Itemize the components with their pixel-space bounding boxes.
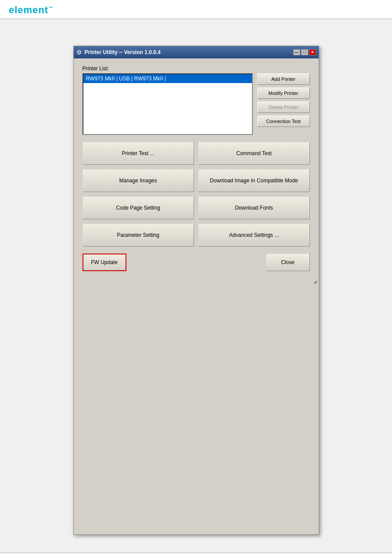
- connection-test-button[interactable]: Connection Test: [257, 116, 310, 127]
- printer-test-button[interactable]: Printer Test ...: [83, 142, 194, 165]
- close-button[interactable]: Close: [266, 254, 310, 271]
- add-printer-button[interactable]: Add Printer: [257, 73, 310, 85]
- download-fonts-button[interactable]: Download Fonts: [198, 196, 310, 219]
- manage-images-button[interactable]: Manage Images: [83, 169, 194, 192]
- title-bar-controls: — □ ✕: [293, 49, 316, 55]
- printer-buttons: Add Printer Modify Printer Delete Printe…: [257, 73, 310, 135]
- resize-handle[interactable]: ◢: [74, 278, 319, 285]
- action-grid: Printer Test ... Command Test Manage Ima…: [83, 142, 310, 247]
- bottom-row: FW Update Close: [83, 254, 310, 271]
- delete-printer-button[interactable]: Delete Printer: [257, 102, 310, 113]
- window-title: Printer Utility -- Version 1.0.0.4: [85, 49, 161, 55]
- modify-printer-button[interactable]: Modify Printer: [257, 87, 310, 99]
- download-image-button[interactable]: Download Image In Compatible Mode: [198, 169, 310, 192]
- printer-list-item[interactable]: RW973 MkII | USB | RW973 MkII |: [83, 74, 252, 83]
- window-close-button[interactable]: ✕: [309, 49, 316, 55]
- main-content: ⚙ Printer Utility -- Version 1.0.0.4 — □…: [0, 19, 392, 552]
- header: element™: [0, 0, 392, 19]
- logo: element™: [9, 4, 53, 15]
- advanced-settings-button[interactable]: Advanced Settings ...: [198, 224, 310, 247]
- title-bar: ⚙ Printer Utility -- Version 1.0.0.4 — □…: [74, 46, 319, 58]
- window-icon: ⚙: [76, 49, 82, 56]
- maximize-button[interactable]: □: [301, 49, 308, 55]
- command-test-button[interactable]: Command Test: [198, 142, 310, 165]
- minimize-button[interactable]: —: [293, 49, 300, 55]
- printer-list-row: RW973 MkII | USB | RW973 MkII | Add Prin…: [83, 73, 310, 135]
- code-page-setting-button[interactable]: Code Page Setting: [83, 196, 194, 219]
- parameter-setting-button[interactable]: Parameter Setting: [83, 224, 194, 247]
- printer-listbox[interactable]: RW973 MkII | USB | RW973 MkII |: [83, 73, 253, 135]
- app-window: ⚙ Printer Utility -- Version 1.0.0.4 — □…: [73, 46, 319, 535]
- window-body: Printer List: RW973 MkII | USB | RW973 M…: [74, 58, 319, 278]
- fw-update-button[interactable]: FW Update: [83, 254, 126, 271]
- printer-list-label: Printer List:: [83, 65, 310, 72]
- title-bar-left: ⚙ Printer Utility -- Version 1.0.0.4: [76, 49, 161, 56]
- footer: [0, 552, 392, 555]
